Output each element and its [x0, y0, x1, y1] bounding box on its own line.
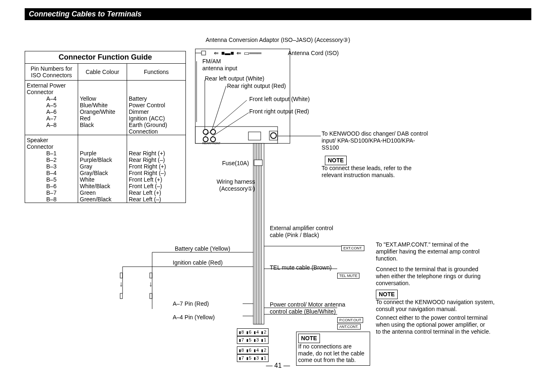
plug-icon: ▯↓	[119, 271, 123, 288]
antenna-adaptor-label: Antenna Conversion Adaptor (ISO–JASO) (A…	[206, 37, 350, 44]
rear-left-out-label: Rear left output (White)	[205, 75, 264, 82]
socket-icon: ▯	[119, 291, 123, 300]
tag-tel-mute: TEL MUTE	[337, 272, 359, 279]
col-pins: Pin Numbers for ISO Connectors	[25, 64, 78, 81]
a4-pin-label: A–4 Pin (Yellow)	[173, 314, 215, 321]
connector-function-guide: Connector Function Guide Pin Numbers for…	[25, 51, 186, 203]
svg-line-12	[212, 86, 226, 129]
power-control-label: Power control/ Motor antenna control cab…	[270, 301, 352, 315]
tel-desc: Connect to the terminal that is grounded…	[376, 266, 491, 286]
svg-rect-10	[202, 51, 206, 55]
front-right-out-label: Front right output (Red)	[249, 108, 309, 115]
svg-text:⇐: ⇐	[236, 50, 241, 56]
col-func: Functions	[127, 64, 186, 81]
note-no-connections: NOTE If no connections are made, do not …	[296, 332, 370, 366]
guide-table: Pin Numbers for ISO Connectors Cable Col…	[25, 63, 185, 203]
rear-right-out-label: Rear right output (Red)	[227, 83, 286, 90]
svg-rect-8	[248, 132, 261, 140]
fuse-label: Fuse(10A)	[222, 160, 249, 167]
page-body: ⇐ ■▬■ ⇐ ▭═══ Connector Function Guide Pi…	[25, 20, 531, 369]
ignition-cable-label: Ignition cable (Red)	[173, 259, 222, 266]
svg-line-13	[205, 100, 247, 136]
tag-pcont: P.CONT.OUT	[337, 316, 363, 323]
svg-point-3	[211, 129, 215, 134]
svg-point-7	[271, 133, 276, 138]
ext-desc: To "EXT.AMP.CONT." terminal of the ampli…	[376, 241, 491, 262]
svg-text:⇐: ⇐	[214, 50, 219, 56]
a7-pin-label: A–7 Pin (Red)	[173, 300, 209, 307]
pwr-desc: Connect either to the power control term…	[376, 314, 491, 335]
svg-line-14	[212, 113, 249, 136]
svg-text:▭═══: ▭═══	[244, 50, 262, 56]
front-port-label: FRONT	[211, 142, 220, 145]
iso-connector-b: 8642 7531	[237, 346, 269, 362]
col-colour: Cable Colour	[78, 64, 127, 81]
ext-amp-label: External amplifier control cable (Pink /…	[270, 225, 344, 239]
svg-rect-1	[195, 127, 278, 143]
iso-connector-a: 8642 7531	[237, 328, 269, 344]
guide-title: Connector Function Guide	[25, 51, 185, 63]
svg-point-4	[203, 137, 208, 142]
socket-icon: ▯	[149, 291, 153, 300]
tag-ext-cont: EXT.CONT.	[341, 244, 364, 251]
wiring-harness-label: Wiring harness (Accessory①)	[210, 178, 255, 192]
plug-icon: ▯↓	[149, 271, 153, 288]
front-left-out-label: Front left output (White)	[249, 96, 310, 103]
nav-note: To connect the KENWOOD navigation system…	[376, 299, 495, 313]
antenna-cord-label: Antenna Cord (ISO)	[288, 50, 339, 57]
tag-ant: ANT.CONT.	[337, 323, 361, 330]
svg-point-2	[203, 129, 208, 134]
page-number: — 41 —	[266, 362, 290, 369]
svg-text:■▬■: ■▬■	[221, 50, 234, 56]
svg-rect-22	[254, 160, 262, 166]
note-leads-text: To connect these leads, refer to the rel…	[322, 165, 429, 179]
to-kenwood-label: To KENWOOD disc changer/ DAB control inp…	[322, 130, 429, 151]
note-box-nav: NOTE	[376, 290, 398, 299]
fmam-label: FM/AM antenna input	[202, 58, 239, 72]
page-header: Connecting Cables to Terminals	[25, 8, 531, 20]
section2-label: Speaker Connector	[25, 135, 78, 150]
note-box-1: NOTE	[325, 156, 347, 165]
svg-point-5	[211, 137, 215, 142]
battery-cable-label: Battery cable (Yellow)	[175, 245, 230, 252]
section1-label: External Power Connector	[25, 81, 78, 96]
svg-rect-16	[253, 143, 264, 324]
rear-port-label: REAR	[202, 142, 210, 145]
tel-mute-label: TEL mute cable (Brown)	[270, 264, 331, 271]
svg-rect-6	[269, 131, 278, 140]
